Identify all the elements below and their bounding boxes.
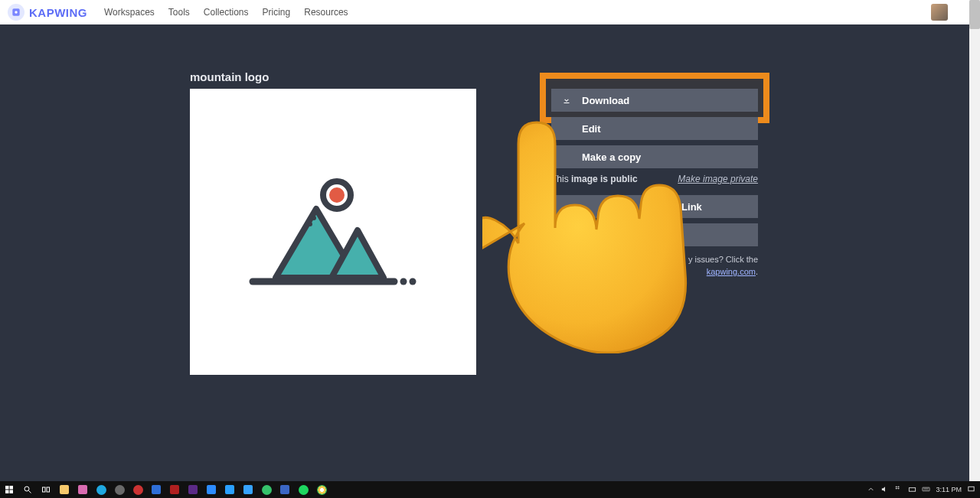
editor-stage: mountain logo Download Edit Make a copy xyxy=(0,24,969,481)
nav-tools[interactable]: Tools xyxy=(168,7,190,18)
make-copy-label: Make a copy xyxy=(582,151,641,163)
edit-label: Edit xyxy=(582,123,601,135)
svg-rect-14 xyxy=(10,490,14,494)
svg-point-6 xyxy=(308,222,312,226)
tray-volume-icon[interactable] xyxy=(880,485,889,495)
app-icon-12[interactable] xyxy=(276,481,294,498)
tray-chevron-icon[interactable] xyxy=(867,485,875,495)
taskbar-clock[interactable]: 3:11 PM xyxy=(936,486,962,493)
mountain-logo-icon xyxy=(234,155,433,308)
task-view-icon[interactable] xyxy=(37,481,55,498)
scrollbar-thumb[interactable] xyxy=(969,0,980,29)
file-explorer-icon[interactable] xyxy=(55,481,74,498)
brand-name: KAPWING xyxy=(29,6,87,19)
download-button[interactable]: Download xyxy=(551,89,758,112)
nav-pricing[interactable]: Pricing xyxy=(263,7,291,18)
svg-rect-19 xyxy=(910,487,916,491)
start-button[interactable] xyxy=(0,481,18,498)
copy-link-label: Copy Link xyxy=(654,201,702,213)
edit-button[interactable]: Edit xyxy=(551,117,758,140)
tray-dropbox-icon[interactable] xyxy=(894,485,903,495)
privacy-status: This image is public xyxy=(551,174,638,184)
help-link[interactable]: kapwing.com xyxy=(707,267,756,276)
spotify-icon[interactable] xyxy=(294,481,312,498)
svg-point-7 xyxy=(312,216,316,220)
app-icon-11[interactable] xyxy=(257,481,276,498)
make-private-link[interactable]: Make image private xyxy=(678,174,758,184)
svg-rect-20 xyxy=(923,487,929,491)
embed-button[interactable] xyxy=(551,223,758,246)
download-icon xyxy=(562,96,571,105)
project-title: mountain logo xyxy=(190,70,269,83)
svg-rect-12 xyxy=(10,486,14,490)
app-icon-6[interactable] xyxy=(165,481,184,498)
app-icon-2[interactable] xyxy=(92,481,110,498)
taskbar-right: 3:11 PM xyxy=(867,481,975,498)
svg-rect-18 xyxy=(47,487,50,492)
app-icon-3[interactable] xyxy=(110,481,129,498)
svg-point-10 xyxy=(410,278,416,285)
image-canvas[interactable] xyxy=(190,89,476,375)
svg-rect-23 xyxy=(969,487,974,491)
app-icon-8[interactable] xyxy=(202,481,220,498)
app-icon-4[interactable] xyxy=(129,481,147,498)
svg-rect-11 xyxy=(5,486,9,490)
svg-point-3 xyxy=(329,187,345,203)
brand-block[interactable]: KAPWING xyxy=(8,4,87,21)
help-text: y issues? Click the kapwing.com. xyxy=(551,254,758,278)
app-icon-9[interactable] xyxy=(220,481,239,498)
taskbar-left xyxy=(0,481,331,498)
svg-point-9 xyxy=(400,278,407,285)
windows-taskbar: 3:11 PM xyxy=(0,481,980,498)
nav-resources[interactable]: Resources xyxy=(304,7,348,18)
svg-point-1 xyxy=(15,11,18,14)
app-icon-7[interactable] xyxy=(184,481,202,498)
svg-line-16 xyxy=(29,491,31,493)
actions-panel: Download Edit Make a copy This image is … xyxy=(551,89,758,278)
privacy-row: This image is public Make image private xyxy=(551,174,758,184)
download-label: Download xyxy=(582,95,629,106)
user-avatar[interactable] xyxy=(931,4,948,21)
app-icon-1[interactable] xyxy=(74,481,92,498)
app-icon-5[interactable] xyxy=(147,481,165,498)
nav-collections[interactable]: Collections xyxy=(204,7,249,18)
make-copy-button[interactable]: Make a copy xyxy=(551,145,758,168)
nav-links: Workspaces Tools Collections Pricing Res… xyxy=(104,7,348,18)
svg-point-15 xyxy=(24,487,29,491)
app-icon-10[interactable] xyxy=(239,481,257,498)
svg-rect-13 xyxy=(5,490,9,494)
chrome-icon[interactable] xyxy=(312,481,331,498)
copy-link-button[interactable]: Copy Link xyxy=(551,195,758,218)
svg-rect-17 xyxy=(43,487,46,492)
share-row: Copy Link xyxy=(551,195,758,218)
search-icon[interactable] xyxy=(18,481,37,498)
vertical-scrollbar[interactable] xyxy=(969,0,980,483)
top-nav: KAPWING Workspaces Tools Collections Pri… xyxy=(0,0,980,24)
tray-keyboard-icon[interactable] xyxy=(922,485,930,495)
nav-workspaces[interactable]: Workspaces xyxy=(104,7,155,18)
kapwing-logo-icon xyxy=(8,4,24,21)
tray-network-icon[interactable] xyxy=(908,485,916,495)
notification-icon[interactable] xyxy=(967,485,975,495)
